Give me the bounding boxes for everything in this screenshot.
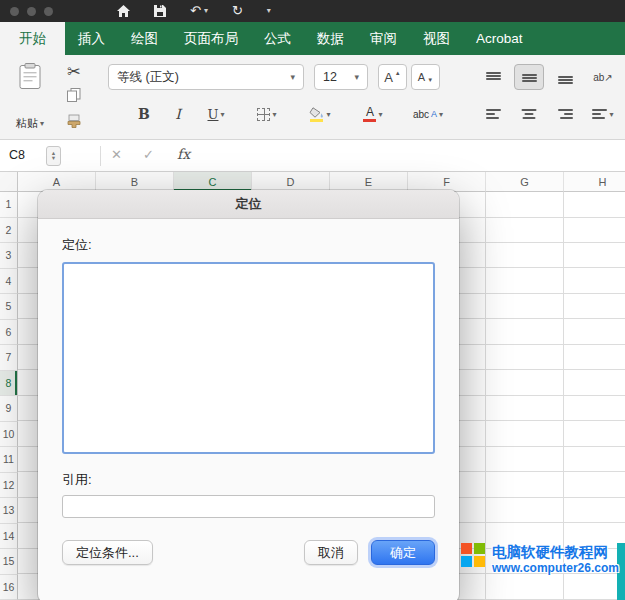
undo-dropdown-icon[interactable]: ▾ [204, 0, 208, 22]
align-right-button[interactable] [550, 101, 580, 127]
row-header[interactable]: 12 [0, 473, 18, 499]
select-all-corner[interactable] [0, 172, 18, 192]
undo-button[interactable]: ↶ ▾ [178, 0, 220, 22]
goto-listbox[interactable] [62, 262, 435, 454]
font-color-button[interactable]: A ▾ [354, 101, 392, 127]
redo-button[interactable]: ↻ [220, 0, 255, 22]
special-button[interactable]: 定位条件... [62, 540, 153, 565]
row-header[interactable]: 16 [0, 575, 18, 600]
phonetic-a-letter: A [431, 109, 437, 119]
row-header[interactable]: 11 [0, 447, 18, 473]
font-color-icon: A [363, 106, 376, 122]
copy-button[interactable] [60, 87, 88, 107]
row-header[interactable]: 5 [0, 294, 18, 320]
watermark-site-url: www.computer26.com [492, 561, 619, 577]
font-size-combobox[interactable]: 12 ▾ [314, 64, 368, 90]
borders-button[interactable]: ▾ [248, 101, 286, 127]
row-header[interactable]: 4 [0, 269, 18, 295]
zoom-window-button[interactable] [44, 7, 53, 16]
row-header[interactable]: 15 [0, 549, 18, 575]
column-header[interactable]: E [330, 172, 408, 192]
confirm-entry-icon[interactable]: ✓ [143, 147, 154, 162]
format-painter-icon [67, 114, 81, 132]
row-header[interactable]: 3 [0, 243, 18, 269]
align-top-button[interactable] [478, 64, 508, 90]
divider [100, 146, 101, 166]
tab-review[interactable]: 审阅 [357, 22, 410, 55]
row-header[interactable]: 9 [0, 396, 18, 422]
tab-formulas[interactable]: 公式 [251, 22, 304, 55]
phonetic-guide-button[interactable]: abc A ▾ [406, 101, 450, 127]
column-header[interactable]: D [252, 172, 330, 192]
save-icon[interactable] [142, 0, 178, 22]
name-box-stepper[interactable]: ▲ ▼ [46, 146, 61, 166]
align-right-icon [558, 109, 573, 120]
redo-icon: ↻ [232, 0, 243, 22]
ok-button[interactable]: 确定 [371, 540, 435, 565]
row-headers: 1 2 3 4 5 6 7 8 9 10 11 12 13 14 15 16 [0, 192, 18, 600]
arrow-down-icon: ▼ [427, 77, 433, 83]
underline-letter: U [208, 107, 219, 122]
font-name-combobox[interactable]: 等线 (正文) ▾ [108, 64, 304, 90]
minimize-window-button[interactable] [27, 7, 36, 16]
tab-home[interactable]: 开始 [0, 22, 65, 55]
clipboard-icon [19, 63, 41, 94]
name-box[interactable]: C8 [9, 148, 25, 162]
formula-input[interactable] [210, 140, 625, 171]
wrap-text-button[interactable]: ▾ [586, 101, 620, 127]
font-name-value: 等线 (正文) [117, 69, 179, 86]
row-header[interactable]: 6 [0, 320, 18, 346]
insert-function-icon[interactable]: fx [177, 146, 190, 162]
column-header-selected[interactable]: C [174, 172, 252, 192]
column-header[interactable]: B [96, 172, 174, 192]
chevron-down-icon: ▾ [326, 110, 330, 119]
bold-button[interactable]: B [130, 101, 158, 127]
tab-data[interactable]: 数据 [304, 22, 357, 55]
align-left-button[interactable] [478, 101, 508, 127]
tab-view[interactable]: 视图 [410, 22, 463, 55]
chevron-down-icon: ▾ [272, 110, 276, 119]
row-header[interactable]: 14 [0, 524, 18, 550]
increase-font-size-button[interactable]: A ▲ [378, 64, 407, 90]
italic-button[interactable]: I [164, 101, 192, 127]
chevron-down-icon: ▾ [284, 72, 295, 82]
align-middle-button[interactable] [514, 64, 544, 90]
align-bottom-button[interactable] [550, 64, 580, 90]
chevron-down-icon: ▾ [609, 110, 613, 119]
windows-logo-icon [461, 543, 485, 567]
chevron-down-icon: ▾ [439, 110, 443, 119]
ribbon-tab-bar: 开始 插入 绘图 页面布局 公式 数据 审阅 视图 Acrobat [0, 22, 625, 55]
column-headers: A B C D E F G H [18, 172, 625, 192]
column-header[interactable]: G [486, 172, 564, 192]
column-header[interactable]: H [564, 172, 625, 192]
tab-acrobat[interactable]: Acrobat [463, 22, 536, 55]
paste-button[interactable]: 粘贴 ▾ [6, 60, 54, 134]
reference-input[interactable] [62, 495, 435, 518]
close-window-button[interactable] [10, 7, 19, 16]
fill-color-button[interactable]: ▾ [300, 101, 340, 127]
orientation-button[interactable]: ab↗ [586, 64, 620, 90]
row-header-selected[interactable]: 8 [0, 371, 18, 397]
home-icon[interactable] [105, 0, 142, 22]
row-header[interactable]: 2 [0, 218, 18, 244]
tab-page-layout[interactable]: 页面布局 [171, 22, 251, 55]
cut-button[interactable]: ✂ [60, 61, 88, 81]
customize-toolbar-button[interactable]: ▾ [255, 0, 283, 22]
tab-draw[interactable]: 绘图 [118, 22, 171, 55]
cancel-button[interactable]: 取消 [304, 540, 358, 565]
align-center-button[interactable] [514, 101, 544, 127]
format-painter-button[interactable] [60, 113, 88, 133]
column-header[interactable]: F [408, 172, 486, 192]
underline-button[interactable]: U ▾ [198, 101, 234, 127]
column-header[interactable]: A [18, 172, 96, 192]
cancel-entry-icon[interactable]: ✕ [111, 147, 122, 162]
row-header[interactable]: 1 [0, 192, 18, 218]
row-header[interactable]: 13 [0, 498, 18, 524]
paste-dropdown-icon[interactable]: ▾ [40, 119, 44, 128]
row-header[interactable]: 7 [0, 345, 18, 371]
goto-list-label: 定位: [62, 236, 435, 254]
bold-letter: B [138, 106, 150, 122]
tab-insert[interactable]: 插入 [65, 22, 118, 55]
row-header[interactable]: 10 [0, 422, 18, 448]
decrease-font-size-button[interactable]: A ▼ [411, 64, 440, 90]
